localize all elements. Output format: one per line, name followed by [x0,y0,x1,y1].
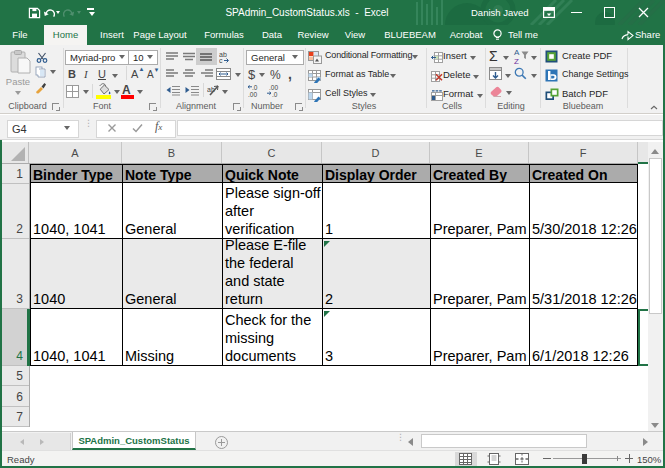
svg-text:.00: .00 [248,91,257,98]
svg-text:c: c [219,57,223,63]
svg-text:.0: .0 [272,91,278,98]
